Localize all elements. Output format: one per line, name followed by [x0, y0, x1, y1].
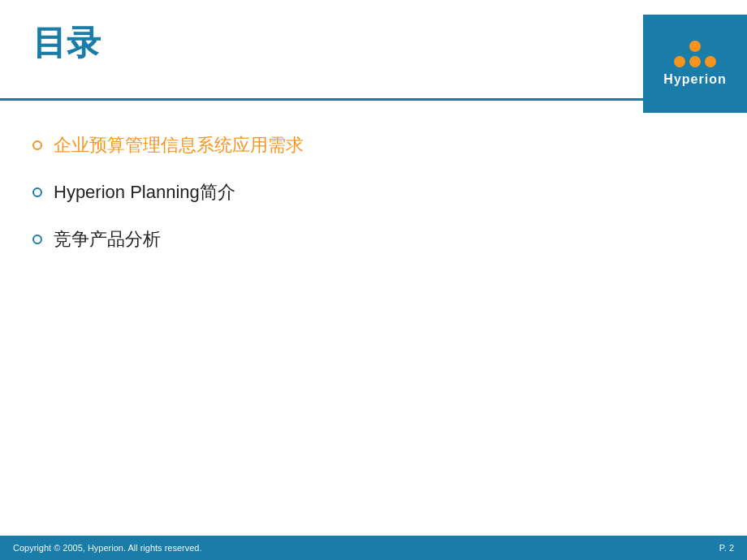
bullet-icon-2	[32, 187, 42, 197]
dot-spacer-2	[705, 41, 716, 52]
list-item: Hyperion Planning简介	[32, 180, 715, 205]
bullet-icon-1	[32, 140, 42, 150]
footer-page: P. 2	[719, 543, 734, 553]
divider-line	[0, 98, 643, 101]
logo-text: Hyperion	[663, 72, 726, 87]
menu-item-text-1: 企业预算管理信息系统应用需求	[54, 133, 304, 157]
header: 目录 Hyperion	[0, 0, 747, 98]
bullet-icon-3	[32, 235, 42, 244]
menu-item-text-3: 竞争产品分析	[54, 227, 161, 252]
list-item: 竞争产品分析	[32, 227, 715, 252]
logo-dot-bottom-center	[689, 56, 701, 67]
footer: Copyright © 2005, Hyperion. All rights r…	[0, 536, 747, 560]
title-block: 目录	[32, 15, 101, 63]
logo-dot-bottom-left	[674, 56, 685, 67]
list-item: 企业预算管理信息系统应用需求	[32, 133, 715, 157]
logo-dot-bottom-right	[705, 56, 716, 67]
divider-container	[0, 98, 747, 101]
menu-list: 企业预算管理信息系统应用需求 Hyperion Planning简介 竞争产品分…	[32, 133, 715, 252]
page-title: 目录	[32, 23, 101, 63]
content-area: 企业预算管理信息系统应用需求 Hyperion Planning简介 竞争产品分…	[0, 101, 747, 252]
dot-spacer-1	[674, 41, 685, 52]
logo-dots	[674, 41, 716, 67]
menu-item-text-2: Hyperion Planning简介	[54, 180, 235, 205]
footer-copyright: Copyright © 2005, Hyperion. All rights r…	[13, 543, 202, 553]
divider-right	[643, 98, 747, 101]
logo-dot-top-center	[689, 41, 701, 52]
